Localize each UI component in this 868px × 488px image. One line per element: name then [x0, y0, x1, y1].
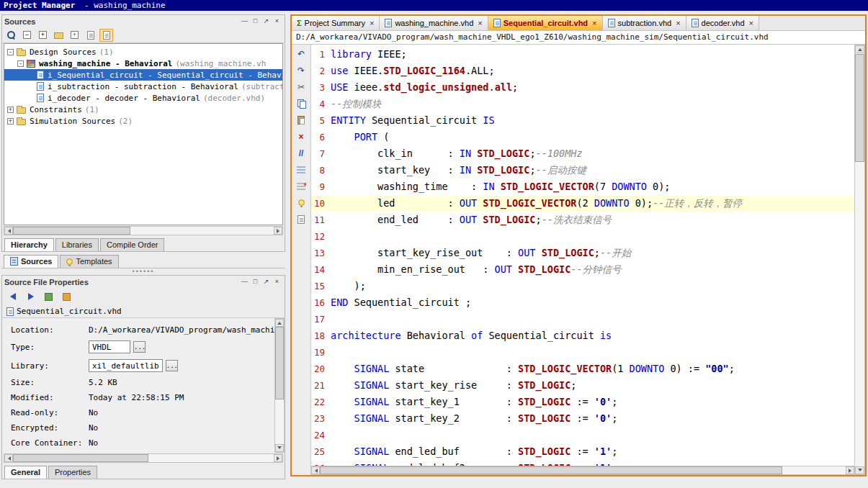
browse-button[interactable]: ...	[166, 360, 178, 371]
scroll-right-button[interactable]	[274, 227, 282, 235]
indent-icon[interactable]	[295, 163, 308, 176]
code-line[interactable]: 18architecture Behavioral of Sequential_…	[311, 327, 854, 344]
maximize-button[interactable]: □	[250, 17, 261, 26]
tab-sources[interactable]: Sources	[4, 255, 58, 268]
scroll-track[interactable]	[13, 454, 274, 462]
panel-splitter[interactable]: ••••••	[1, 269, 285, 274]
scroll-thumb[interactable]	[855, 54, 864, 162]
code-line[interactable]: 23 SIGNAL start_key_2 : STD_LOGIC := '0'…	[311, 410, 854, 427]
scroll-track[interactable]	[13, 227, 274, 235]
code-line[interactable]: 7 clk_in : IN STD_LOGIC;--100MHz	[311, 145, 854, 162]
find-replace-icon[interactable]	[295, 213, 308, 225]
scroll-thumb[interactable]	[275, 327, 284, 399]
code-line[interactable]: 13 start_key_rise_out : OUT STD_LOGIC;--…	[311, 245, 854, 261]
scroll-right-button[interactable]	[274, 454, 282, 462]
tree-expander-icon[interactable]: +	[7, 118, 14, 125]
code-line[interactable]: 2use IEEE.STD_LOGIC_1164.ALL;	[311, 63, 854, 79]
code-line[interactable]: 12	[311, 228, 854, 245]
close-icon[interactable]: ×	[749, 19, 753, 27]
scroll-track[interactable]	[855, 53, 864, 466]
property-value-input[interactable]: xil_defaultlib	[89, 359, 163, 372]
scroll-left-button[interactable]	[311, 466, 320, 474]
code-line[interactable]: 5ENTITY Sequential_circuit IS	[311, 112, 854, 129]
close-button[interactable]: ×	[272, 17, 282, 26]
float-button[interactable]: ↗	[261, 277, 272, 286]
code-line[interactable]: 16END Sequential_circuit ;	[311, 294, 854, 311]
close-icon[interactable]: ×	[676, 19, 680, 27]
maximize-button[interactable]: □	[250, 277, 261, 286]
tree-item[interactable]: -washing_machine - Behavioral(washing_ma…	[4, 58, 282, 69]
tab-libraries[interactable]: Libraries	[55, 238, 99, 251]
scroll-down-button[interactable]	[855, 466, 864, 474]
code-line[interactable]: 19	[311, 344, 854, 361]
minimize-button[interactable]: —	[239, 17, 250, 26]
scroll-track[interactable]	[275, 327, 284, 444]
code-line[interactable]: 8 start_key : IN STD_LOGIC;--启动按键	[311, 162, 854, 179]
close-icon[interactable]: ×	[370, 19, 374, 27]
code-line[interactable]: 20 SIGNAL state : STD_LOGIC_VECTOR(1 DOW…	[311, 361, 854, 377]
close-icon[interactable]: ×	[478, 19, 482, 27]
back-icon[interactable]	[6, 290, 19, 303]
scroll-right-button[interactable]	[846, 466, 854, 474]
code-line[interactable]: 10 led : OUT STD_LOGIC_VECTOR(2 DOWNTO 0…	[311, 195, 854, 212]
editor-tab-subtraction-vhd[interactable]: subtraction.vhd×	[603, 16, 686, 30]
tree-item[interactable]: +Constraints(1)	[4, 104, 282, 115]
close-icon[interactable]: ×	[592, 19, 596, 27]
code-line[interactable]: 9 washing_time : IN STD_LOGIC_VECTOR(7 D…	[311, 179, 854, 195]
tree-item[interactable]: i_decoder - decoder - Behavioral(decoder…	[4, 92, 282, 104]
tab-templates[interactable]: Templates	[60, 255, 118, 268]
add-sources-icon[interactable]: +	[68, 29, 81, 42]
code-line[interactable]: 21 SIGNAL start_key_rise : STD_LOGIC;	[311, 377, 854, 394]
browse-button[interactable]: ...	[133, 341, 146, 353]
report-icon[interactable]	[84, 29, 97, 42]
code-line[interactable]: 25 SIGNAL end_led_buf : STD_LOGIC := '1'…	[311, 443, 854, 460]
code-line[interactable]: 11 end_led : OUT STD_LOGIC;--洗衣结束信号	[311, 212, 854, 228]
scroll-track[interactable]	[320, 466, 846, 474]
tab-properties[interactable]: Properties	[48, 466, 97, 479]
search-icon[interactable]	[4, 29, 18, 42]
expand-all-icon[interactable]: +	[36, 29, 50, 42]
code-line[interactable]: 15 );	[311, 278, 854, 294]
scroll-up-button[interactable]	[855, 45, 864, 53]
scroll-down-button[interactable]	[275, 444, 284, 452]
tree-item[interactable]: -Design Sources(1)	[4, 46, 282, 58]
code-line[interactable]: 24	[311, 427, 854, 443]
float-button[interactable]: ↗	[261, 17, 272, 26]
code-line[interactable]: 22 SIGNAL start_key_1 : STD_LOGIC := '0'…	[311, 394, 854, 410]
scroll-view-icon[interactable]	[99, 29, 113, 42]
edit-properties-icon[interactable]	[42, 290, 55, 303]
code-editor[interactable]: 1library IEEE;2use IEEE.STD_LOGIC_1164.A…	[311, 45, 854, 466]
code-line[interactable]: 14 min_en_rise_out : OUT STD_LOGIC--分钟信号	[311, 261, 854, 278]
copy-properties-icon[interactable]	[60, 290, 73, 303]
scroll-thumb[interactable]	[13, 227, 130, 235]
code-line[interactable]: 1library IEEE;	[311, 46, 854, 63]
minimize-button[interactable]: —	[239, 277, 250, 286]
scroll-left-button[interactable]	[4, 454, 13, 462]
sources-hscrollbar[interactable]	[4, 226, 283, 235]
toggle-comment-icon[interactable]: //	[295, 147, 308, 159]
delete-icon[interactable]: ×	[295, 130, 308, 143]
properties-vscrollbar[interactable]	[274, 318, 285, 453]
tree-expander-icon[interactable]: +	[7, 107, 14, 113]
code-line[interactable]: 4--控制模块	[311, 96, 854, 112]
redo-icon[interactable]: ↷	[295, 64, 308, 76]
paste-icon[interactable]	[295, 114, 308, 126]
tab-hierarchy[interactable]: Hierarchy	[4, 238, 54, 251]
editor-vscrollbar[interactable]	[854, 45, 865, 475]
scroll-up-button[interactable]	[275, 319, 284, 327]
editor-tab-sequential-circuit-vhd[interactable]: Sequential_circuit.vhd×	[488, 16, 603, 30]
copy-icon[interactable]	[295, 97, 308, 109]
scroll-left-button[interactable]	[4, 227, 13, 235]
code-line[interactable]: 3USE ieee.std_logic_unsigned.all;	[311, 79, 854, 96]
forward-icon[interactable]	[24, 290, 37, 303]
tree-expander-icon[interactable]: -	[7, 49, 14, 55]
open-source-icon[interactable]	[52, 29, 66, 42]
code-line[interactable]: 26 SIGNAL end_led_buf2 : STD_LOGIC := '1…	[311, 460, 854, 466]
collapse-all-icon[interactable]: −	[20, 29, 34, 42]
tree-item[interactable]: +Simulation Sources(2)	[4, 115, 282, 127]
editor-tab-decoder-vhd[interactable]: decoder.vhd×	[686, 16, 759, 30]
tree-item[interactable]: i_subtraction - subtraction - Behavioral…	[4, 81, 282, 92]
tab-general[interactable]: General	[4, 466, 47, 479]
tree-item[interactable]: i_Sequential_circuit - Sequential_circui…	[4, 69, 282, 81]
code-line[interactable]: 6 PORT (	[311, 129, 854, 145]
